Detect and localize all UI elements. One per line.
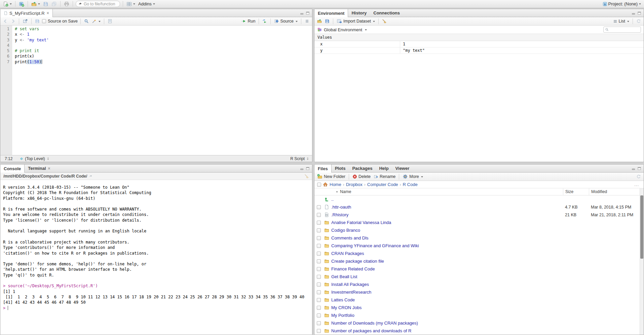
minimize-panel-icon[interactable] bbox=[632, 11, 636, 15]
code-editor[interactable]: 1234567 # set varsx <- 1y <- 'my text' #… bbox=[0, 26, 312, 155]
environment-value-row[interactable]: x1 bbox=[314, 41, 644, 47]
file-checkbox[interactable] bbox=[317, 313, 321, 318]
file-row[interactable]: Create package citation file bbox=[314, 257, 644, 265]
code-line[interactable]: print(x) bbox=[15, 53, 312, 59]
environment-view-mode-button[interactable]: List bbox=[612, 18, 630, 24]
new-project-button[interactable] bbox=[18, 1, 25, 7]
file-row[interactable]: Number of Downloads (my CRAN packages) bbox=[314, 319, 644, 327]
load-workspace-button[interactable] bbox=[316, 18, 323, 24]
file-name-link[interactable]: Analise Fatorial Vanessa Linda bbox=[331, 220, 563, 225]
file-name-link[interactable]: My Portfolio bbox=[331, 313, 563, 318]
files-scrollbar[interactable] bbox=[640, 188, 644, 335]
file-checkbox[interactable] bbox=[317, 267, 321, 271]
file-checkbox[interactable] bbox=[317, 306, 321, 310]
delete-button[interactable]: Delete bbox=[352, 174, 371, 180]
file-name-link[interactable]: .httr-oauth bbox=[331, 204, 563, 210]
file-checkbox[interactable] bbox=[317, 213, 321, 217]
tab-help[interactable]: Help bbox=[376, 164, 392, 172]
cursor-position[interactable]: 7:12 bbox=[5, 156, 12, 161]
more-button[interactable]: More bbox=[402, 173, 423, 180]
tab-history[interactable]: History bbox=[348, 9, 370, 17]
file-checkbox[interactable] bbox=[317, 228, 321, 232]
maximize-panel-icon[interactable] bbox=[637, 166, 641, 171]
file-row[interactable]: Comparing YFinance and GFinance and Wiki bbox=[314, 242, 644, 250]
tab-files[interactable]: Files bbox=[314, 164, 332, 173]
tab-connections[interactable]: Connections bbox=[370, 9, 403, 17]
file-checkbox[interactable] bbox=[317, 244, 321, 248]
save-workspace-button[interactable] bbox=[324, 18, 330, 24]
editor-tab[interactable]: S_MyFirstScript.R × bbox=[0, 9, 53, 17]
file-row[interactable]: InvestmentResearch bbox=[314, 288, 644, 296]
breadcrumb-dropbox[interactable]: Dropbox bbox=[346, 182, 363, 187]
file-checkbox[interactable] bbox=[317, 252, 321, 256]
file-checkbox[interactable] bbox=[317, 298, 321, 302]
addins-button[interactable]: Addins bbox=[138, 1, 156, 7]
tab-environment[interactable]: Environment bbox=[314, 9, 348, 17]
rename-button[interactable]: Rename bbox=[373, 174, 396, 180]
environment-value-row[interactable]: y"my text" bbox=[314, 47, 644, 54]
file-name-link[interactable]: My CRON Jobs bbox=[331, 305, 563, 310]
maximize-panel-icon[interactable] bbox=[306, 11, 310, 15]
source-on-save-checkbox[interactable] bbox=[42, 19, 46, 23]
home-icon[interactable] bbox=[323, 182, 328, 187]
file-name-link[interactable]: CRAN Packages bbox=[331, 251, 563, 256]
refresh-files-button[interactable] bbox=[636, 174, 642, 180]
tab-packages[interactable]: Packages bbox=[349, 164, 376, 172]
goto-directory-icon[interactable] bbox=[89, 174, 93, 178]
goto-file-input[interactable] bbox=[84, 2, 117, 6]
file-name-link[interactable]: Finance Related Code bbox=[331, 266, 563, 271]
save-all-button[interactable] bbox=[51, 1, 58, 7]
code-line[interactable]: x <- 1 bbox=[15, 32, 312, 37]
file-name-link[interactable]: Number of packages and downloads of R bbox=[331, 328, 563, 333]
file-checkbox[interactable] bbox=[317, 275, 321, 279]
code-line[interactable]: # print it bbox=[15, 48, 312, 53]
save-script-button[interactable] bbox=[34, 18, 40, 24]
breadcrumb-computer-code[interactable]: Computer Code bbox=[367, 182, 398, 187]
file-row[interactable]: My CRON Jobs bbox=[314, 304, 644, 311]
file-row[interactable]: Analise Fatorial Vanessa Linda bbox=[314, 219, 644, 226]
file-checkbox[interactable] bbox=[317, 236, 321, 240]
clear-environment-button[interactable] bbox=[381, 18, 387, 24]
file-row[interactable]: Codigo Branco bbox=[314, 226, 644, 234]
file-row[interactable]: Finance Related Code bbox=[314, 265, 644, 273]
code-line[interactable]: # set vars bbox=[15, 26, 312, 32]
file-row[interactable]: Number of packages and downloads of R bbox=[314, 327, 644, 335]
file-checkbox[interactable] bbox=[317, 221, 321, 225]
workspace-panes-button[interactable] bbox=[126, 1, 136, 7]
import-dataset-button[interactable]: Import Dataset bbox=[336, 18, 376, 25]
save-button[interactable] bbox=[42, 1, 49, 7]
maximize-panel-icon[interactable] bbox=[637, 11, 641, 15]
file-checkbox[interactable] bbox=[317, 259, 321, 263]
open-file-button[interactable] bbox=[31, 1, 41, 7]
source-button[interactable]: Source bbox=[273, 18, 298, 24]
breadcrumb-r-code[interactable]: R Code bbox=[403, 182, 418, 187]
file-name-link[interactable]: Get Beall List bbox=[331, 274, 563, 279]
refresh-environment-button[interactable] bbox=[636, 18, 642, 24]
find-replace-button[interactable] bbox=[83, 18, 89, 24]
file-row[interactable]: My Portfolio bbox=[314, 311, 644, 319]
tab-console[interactable]: Console bbox=[0, 164, 25, 173]
tab-terminal[interactable]: Terminal× bbox=[25, 164, 53, 172]
console-output[interactable]: R version 3.4.4 (2018-03-15) -- "Someone… bbox=[0, 180, 312, 335]
minimize-panel-icon[interactable] bbox=[632, 166, 636, 171]
file-row[interactable]: Comments and Dls bbox=[314, 234, 644, 242]
minimize-panel-icon[interactable] bbox=[300, 166, 304, 171]
file-row[interactable]: Lattes Code bbox=[314, 296, 644, 304]
file-name-link[interactable]: .Rhistory bbox=[331, 212, 563, 217]
file-row[interactable]: .httr-oauth4.7 KBMar 8, 2018, 4:15 PM bbox=[314, 203, 644, 211]
rerun-button[interactable] bbox=[262, 18, 268, 24]
code-line[interactable] bbox=[15, 43, 312, 48]
breadcrumb-ellipsis-button[interactable]: ... bbox=[634, 182, 641, 187]
document-outline-button[interactable] bbox=[304, 18, 310, 24]
column-name[interactable]: Name bbox=[331, 189, 563, 194]
close-terminal-icon[interactable]: × bbox=[48, 166, 50, 171]
clear-console-icon[interactable] bbox=[304, 174, 309, 179]
file-checkbox[interactable] bbox=[317, 205, 321, 209]
file-checkbox[interactable] bbox=[317, 329, 321, 333]
environment-search-input[interactable] bbox=[610, 28, 637, 32]
column-size[interactable]: Size bbox=[563, 188, 589, 195]
back-button[interactable] bbox=[2, 18, 8, 24]
file-name-link[interactable]: InvestmentResearch bbox=[331, 290, 563, 295]
file-name-link[interactable]: Create package citation file bbox=[331, 259, 563, 264]
scrollbar-thumb[interactable] bbox=[640, 195, 643, 259]
